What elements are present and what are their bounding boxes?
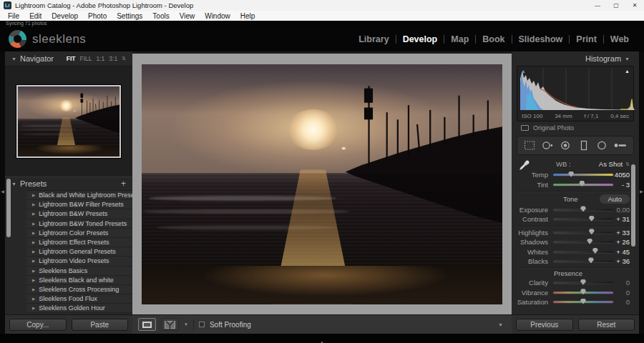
- filmstrip-collapsed-bar[interactable]: ▲: [0, 334, 644, 343]
- right-panel-scrollbar[interactable]: [631, 164, 635, 247]
- highlight-clipping-indicator-icon[interactable]: ▲: [625, 69, 630, 74]
- module-slideshow[interactable]: Slideshow: [512, 34, 570, 44]
- right-panel-edge[interactable]: ▶: [639, 51, 644, 334]
- presets-header[interactable]: ▼ Presets +: [5, 177, 132, 190]
- preset-folder-item[interactable]: ▶Lightroom Effect Presets: [26, 238, 132, 247]
- wb-value-dropdown[interactable]: As Shot ⇅: [599, 160, 630, 168]
- module-book[interactable]: Book: [476, 34, 511, 44]
- preset-folder-item[interactable]: ▶Lightroom B&W Presets: [26, 209, 132, 219]
- create-preset-plus-icon[interactable]: +: [121, 179, 126, 189]
- zoom-option-fit[interactable]: FIT: [67, 55, 76, 62]
- loupe-view-button[interactable]: [138, 318, 156, 331]
- zoom-option-1-1[interactable]: 1:1: [96, 55, 104, 62]
- shadow-clipping-indicator-icon[interactable]: ▲: [521, 69, 526, 74]
- menu-develop[interactable]: Develop: [47, 12, 83, 20]
- zoom-ratio-stepper-icon[interactable]: ⇅: [122, 56, 126, 61]
- red-eye-tool-icon[interactable]: [558, 139, 572, 151]
- photo-preview[interactable]: [142, 64, 502, 304]
- navigator-header[interactable]: ▼ Navigator FIT FILL 1:1 3:1 ⇅: [5, 51, 132, 66]
- clarity-value[interactable]: 0: [613, 279, 639, 287]
- preset-disclosure-icon[interactable]: ▶: [32, 240, 35, 244]
- histogram-disclosure-icon[interactable]: ▼: [625, 56, 630, 61]
- previous-button[interactable]: Previous: [516, 319, 573, 331]
- preset-folder-item[interactable]: ▶Sleeklens Cross Processing: [26, 285, 132, 294]
- contrast-slider-track[interactable]: [553, 218, 613, 220]
- menu-settings[interactable]: Settings: [112, 12, 147, 20]
- preset-disclosure-icon[interactable]: ▶: [32, 306, 35, 310]
- preset-folder-item[interactable]: ▶Black and White Lightroom Presets: [26, 191, 132, 200]
- zoom-option-3-1[interactable]: 3:1: [109, 55, 117, 62]
- exposure-slider-thumb[interactable]: [580, 206, 586, 212]
- preset-folder-item[interactable]: ▶Lightroom Video Presets: [26, 257, 132, 266]
- preset-disclosure-icon[interactable]: ▶: [32, 231, 35, 235]
- right-panel-collapse-arrow-icon[interactable]: ▶: [639, 189, 644, 194]
- exposure-slider-track[interactable]: [553, 209, 613, 211]
- blacks-slider-thumb[interactable]: [588, 257, 594, 263]
- shadows-slider-track[interactable]: [553, 241, 613, 243]
- tint-slider-track[interactable]: [553, 184, 613, 186]
- menu-window[interactable]: Window: [200, 12, 235, 20]
- preset-disclosure-icon[interactable]: ▶: [32, 222, 35, 226]
- module-print[interactable]: Print: [570, 34, 602, 44]
- histogram-header[interactable]: Histogram ▼: [512, 51, 639, 66]
- vibrance-slider-track[interactable]: [553, 292, 613, 294]
- menu-photo[interactable]: Photo: [83, 12, 112, 20]
- navigator-thumbnail-photo[interactable]: [18, 86, 119, 156]
- filmstrip-collapse-arrow-icon[interactable]: ▲: [320, 340, 324, 343]
- left-panel-collapse-arrow-icon[interactable]: ◀: [0, 189, 5, 194]
- module-develop[interactable]: Develop: [396, 34, 444, 44]
- original-photo-toggle[interactable]: Original Photo: [512, 121, 639, 134]
- module-library[interactable]: Library: [352, 34, 395, 44]
- preset-folder-item[interactable]: ▶Lightroom General Presets: [26, 247, 132, 257]
- left-panel-scrollbar[interactable]: [6, 179, 11, 237]
- minimize-button[interactable]: —: [588, 0, 607, 11]
- whites-value[interactable]: + 45: [613, 248, 639, 256]
- left-panel-edge[interactable]: ◀: [0, 51, 5, 334]
- spot-removal-tool-icon[interactable]: [540, 139, 555, 151]
- close-button[interactable]: ✕: [625, 0, 644, 11]
- module-web[interactable]: Web: [604, 34, 635, 44]
- preset-folder-item[interactable]: ▶Sleeklens Basics: [26, 267, 132, 276]
- highlights-slider-track[interactable]: [553, 232, 613, 234]
- view-mode-caret-icon[interactable]: ▼: [184, 322, 188, 327]
- preset-disclosure-icon[interactable]: ▶: [32, 278, 35, 282]
- auto-tone-button[interactable]: Auto: [600, 194, 630, 204]
- temp-slider-track[interactable]: [553, 174, 613, 176]
- toolbar-options-chevron-icon[interactable]: ▼: [498, 322, 506, 327]
- radial-filter-tool-icon[interactable]: [595, 139, 609, 151]
- preset-folder-item[interactable]: ▶Lightroom B&W Filter Presets: [26, 200, 132, 209]
- highlights-slider-thumb[interactable]: [589, 229, 595, 234]
- graduated-filter-tool-icon[interactable]: [577, 139, 591, 151]
- navigator-thumbnail[interactable]: [16, 85, 121, 158]
- navigator-disclosure-icon[interactable]: ▼: [11, 56, 16, 61]
- blacks-slider-track[interactable]: [553, 260, 613, 262]
- reset-button[interactable]: Reset: [578, 319, 635, 331]
- preset-folder-item[interactable]: ▶Sleeklens Food Flux: [26, 294, 132, 304]
- clarity-slider-track[interactable]: [553, 282, 613, 284]
- zoom-option-fill[interactable]: FILL: [79, 55, 92, 62]
- preset-disclosure-icon[interactable]: ▶: [32, 287, 35, 292]
- copy-button[interactable]: Copy...: [9, 319, 67, 331]
- preset-folder-item[interactable]: ▶Sleeklens Black and white: [26, 276, 132, 285]
- menu-file[interactable]: File: [3, 12, 24, 20]
- saturation-value[interactable]: 0: [613, 298, 639, 306]
- saturation-slider-track[interactable]: [553, 301, 613, 303]
- adjustment-brush-tool-icon[interactable]: [613, 139, 628, 151]
- whites-slider-track[interactable]: [553, 251, 613, 253]
- preset-disclosure-icon[interactable]: ▶: [32, 269, 35, 273]
- shadows-slider-thumb[interactable]: [587, 239, 592, 244]
- clarity-slider-thumb[interactable]: [580, 279, 586, 285]
- saturation-slider-thumb[interactable]: [580, 299, 586, 304]
- menu-help[interactable]: Help: [235, 12, 260, 20]
- module-map[interactable]: Map: [444, 34, 475, 44]
- maximize-button[interactable]: ▢: [607, 0, 625, 11]
- blacks-value[interactable]: + 36: [613, 257, 639, 265]
- white-balance-eyedropper-icon[interactable]: [518, 159, 530, 172]
- histogram-display[interactable]: ▲ ▲ ISO 100 34 mm f / 7,1 0,4 sec: [517, 66, 634, 121]
- before-after-view-button[interactable]: [161, 318, 179, 331]
- contrast-slider-thumb[interactable]: [589, 216, 595, 222]
- crop-overlay-tool-icon[interactable]: [522, 139, 537, 151]
- tint-slider-thumb[interactable]: [579, 181, 585, 187]
- menu-view[interactable]: View: [175, 12, 200, 20]
- preset-disclosure-icon[interactable]: ▶: [32, 249, 35, 254]
